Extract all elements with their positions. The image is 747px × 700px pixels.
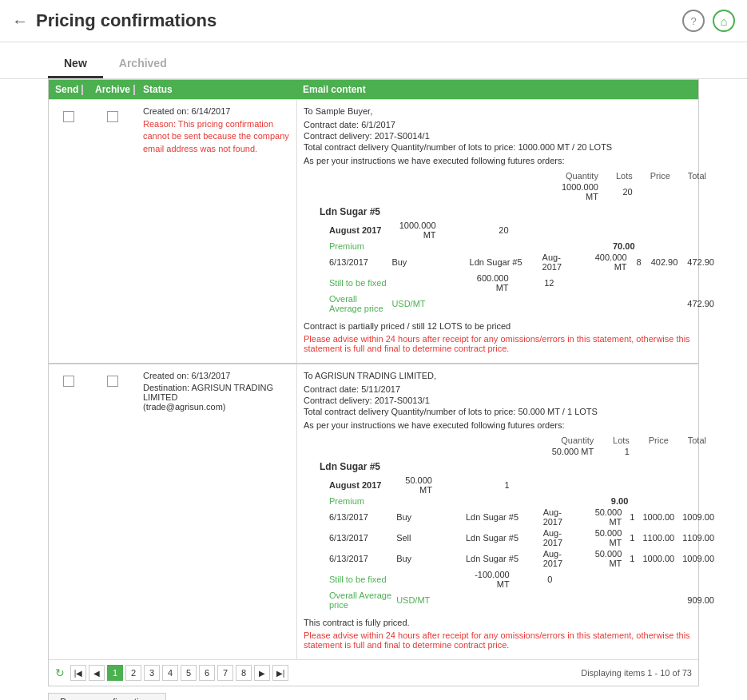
still-to-fix-label-2: Still to be fixed [329, 570, 395, 589]
refresh-button[interactable]: ↻ [55, 666, 65, 679]
table-row: Created on: 6/13/2017 Destination: AGRIS… [49, 363, 698, 659]
page-btn-5[interactable]: 5 [181, 665, 197, 681]
archive-all-checkbox[interactable] [133, 85, 135, 95]
page-prev-button[interactable]: ◀ [89, 665, 105, 681]
page-btn-4[interactable]: 4 [162, 665, 178, 681]
price-summary-2: Quantity Lots Price Total 50.000 MT 1 [320, 434, 708, 458]
cell-status-1: Created on: 6/14/2017 Reason: This prici… [137, 100, 296, 363]
still-to-fix-label-1: Still to be fixed [329, 273, 390, 292]
page-btn-1[interactable]: 1 [107, 665, 123, 681]
premium-label-1: Premium [329, 241, 390, 251]
page-btn-8[interactable]: 8 [236, 665, 252, 681]
pagination-controls: ↻ |◀ ◀ 1 2 3 4 5 6 7 8 ▶ ▶| [55, 665, 288, 681]
archive-checkbox-1[interactable] [107, 111, 118, 122]
commodity-2: Ldn Sugar #5 [320, 461, 692, 472]
th-archive: Archive [89, 80, 137, 99]
page-btn-3[interactable]: 3 [144, 665, 160, 681]
status-reason-1: Reason: This pricing confirmation cannot… [143, 118, 290, 155]
header: ← Pricing confirmations ? ⌂ [0, 0, 747, 42]
tabs: New Archived [0, 42, 747, 79]
price-summary-1: Quantity Lots Price Total 1000.000 MT 20 [320, 169, 708, 203]
email-as-per-2: As per your instructions we have execute… [304, 420, 692, 430]
back-button[interactable]: ← [12, 12, 28, 30]
email-contract-date-2: Contract date: 5/11/2017 [304, 384, 692, 394]
display-info: Displaying items 1 - 10 of 73 [581, 668, 692, 678]
email-total-contract-2: Total contract delivery Quantity/number … [304, 407, 692, 416]
commodity-1: Ldn Sugar #5 [320, 206, 692, 217]
page-next-button[interactable]: ▶ [254, 665, 270, 681]
cell-send-2 [49, 364, 89, 659]
cell-status-2: Created on: 6/13/2017 Destination: AGRIS… [137, 364, 296, 659]
status-created-1: Created on: 6/14/2017 [143, 106, 290, 116]
email-to-2: To AGRISUN TRADING LIMITED, [304, 371, 692, 380]
month-table-1: August 2017 1000.000 MT 20 Premium 70.00… [328, 219, 716, 315]
note-advise-2: Please advise within 24 hours after rece… [304, 630, 692, 650]
email-contract-delivery-1: Contract delivery: 2017-S0014/1 [304, 131, 692, 141]
status-destination-2: Destination: AGRISUN TRADING LIMITED [143, 383, 290, 402]
cell-archive-1 [89, 100, 137, 363]
home-icon[interactable]: ⌂ [713, 10, 735, 32]
send-checkbox-1[interactable] [63, 111, 74, 122]
email-as-per-1: As per your instructions we have execute… [304, 156, 692, 165]
pagination: ↻ |◀ ◀ 1 2 3 4 5 6 7 8 ▶ ▶| Displaying i… [49, 659, 698, 686]
tab-new[interactable]: New [48, 50, 103, 78]
tab-archived[interactable]: Archived [103, 50, 183, 78]
note-full-2: This contract is fully priced. [304, 618, 692, 627]
table-header: Send Archive Status Email content [49, 80, 698, 99]
archive-checkbox-2[interactable] [107, 376, 118, 387]
email-contract-date-1: Contract date: 6/1/2017 [304, 120, 692, 129]
email-to-1: To Sample Buyer, [304, 106, 692, 116]
note-advise-1: Please advise within 24 hours after rece… [304, 334, 692, 353]
email-contract-delivery-2: Contract delivery: 2017-S0013/1 [304, 396, 692, 405]
send-checkbox-2[interactable] [63, 376, 74, 387]
process-confirmations-button[interactable]: Process confirmations [48, 693, 166, 700]
help-icon[interactable]: ? [682, 10, 705, 32]
page-btn-6[interactable]: 6 [199, 665, 215, 681]
table-row: Created on: 6/14/2017 Reason: This prici… [49, 99, 698, 363]
premium-label-2: Premium [329, 496, 395, 506]
page-btn-7[interactable]: 7 [217, 665, 233, 681]
th-send: Send [49, 80, 89, 99]
send-all-checkbox[interactable] [81, 85, 83, 95]
cell-archive-2 [89, 364, 137, 659]
overall-avg-label-1: Overall Average price [329, 294, 390, 313]
cell-send-1 [49, 100, 89, 363]
cell-email-1: To Sample Buyer, Contract date: 6/1/2017… [296, 100, 698, 363]
status-created-2: Created on: 6/13/2017 [143, 371, 290, 380]
status-email-2: (trade@agrisun.com) [143, 402, 290, 412]
email-total-contract-1: Total contract delivery Quantity/number … [304, 142, 692, 152]
cell-email-2: To AGRISUN TRADING LIMITED, Contract dat… [296, 364, 698, 659]
page-first-button[interactable]: |◀ [70, 665, 86, 681]
page-btn-2[interactable]: 2 [125, 665, 141, 681]
month-table-2: August 2017 50.000 MT 1 Premium 9.00 6/1… [328, 474, 716, 611]
table-container: Send Archive Status Email content Create… [48, 79, 699, 686]
page-last-button[interactable]: ▶| [272, 665, 288, 681]
page-title: Pricing confirmations [36, 10, 682, 31]
note-partial-1: Contract is partially priced / still 12 … [304, 321, 692, 331]
th-status: Status [137, 80, 296, 99]
th-email: Email content [296, 80, 698, 99]
overall-avg-label-2: Overall Average price [329, 591, 395, 610]
